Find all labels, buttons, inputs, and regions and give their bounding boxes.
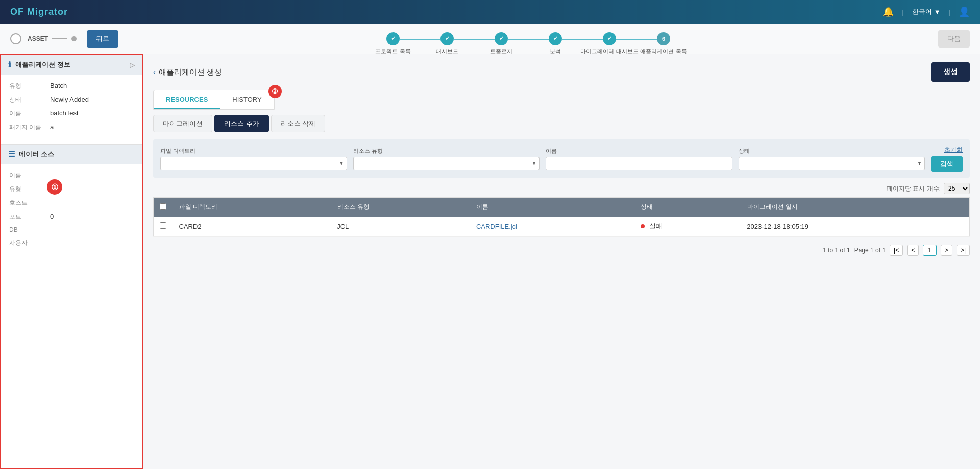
th-status: 상태 [634,198,741,217]
value-name: batchTest [50,109,79,118]
th-name: 이름 [470,198,634,217]
page-size-label: 페이지당 표시 개수: [887,184,941,193]
sub-tab-add-resource[interactable]: 리소스 추가 [214,115,269,132]
last-page-button[interactable]: >| [957,245,970,256]
row-datetime: 2023-12-18 18:05:19 [741,217,969,237]
step-1-label: 프로젝트 목록 [375,48,410,55]
label-pkg: 패키지 이름 [9,123,50,132]
logo-rest: Migrator [24,7,68,17]
ds-value-port: 0 [50,213,54,221]
filter-type-select-wrap [353,157,540,170]
step-connector-4 [562,39,603,40]
ds-label-user: 사용자 [9,239,50,247]
header: OF Migrator 🔔 | 한국어 ▼ | 👤 [0,0,980,24]
step-6: 6 애플리케이션 목록 [657,32,670,45]
row-name-link[interactable]: CARDFILE.jcl [476,223,517,230]
step-2: ✓ 대시보드 [440,32,454,45]
step-bar: ASSET 뒤로 ✓ 프로젝트 목록 ✓ 대시보드 ✓ 토폴로지 ✓ 분석 ✓ … [0,24,980,54]
header-right: 🔔 | 한국어 ▼ | 👤 [883,6,970,17]
th-checkbox [154,198,173,217]
language-selector[interactable]: 한국어 ▼ [912,7,941,16]
status-text: 실패 [649,222,663,230]
step-connector-1 [400,39,440,40]
filter-type: 리소스 유형 [353,147,540,170]
step-1-icon: ✓ [386,32,400,45]
page-size-select[interactable]: 25 50 100 [944,183,970,194]
filter-status: 상태 [739,147,925,170]
filter-name-input[interactable] [546,157,732,170]
filter-actions: 초기화 검색 [931,146,963,172]
ds-row-user: 사용자 [9,239,134,247]
asset-indicator: ASSET [10,33,77,44]
breadcrumb-text: 애플리케이션 생성 [159,67,222,77]
next-button[interactable]: 다음 [938,30,970,48]
tabs-wrapper: RESOURCES HISTORY ② [153,90,275,110]
user-icon[interactable]: 👤 [959,6,970,17]
ds-label-port: 포트 [9,213,50,221]
collapse-icon[interactable]: ▷ [130,61,135,69]
filter-dir-select-wrap [160,157,347,170]
ds-label-host: 호스트 [9,199,50,207]
select-all-checkbox[interactable] [160,203,166,210]
separator: | [902,8,903,16]
badge-2: ② [268,85,282,98]
filter-status-select-wrap [739,157,925,170]
first-page-button[interactable]: |< [890,245,903,256]
step-connector-5 [616,39,657,40]
table-header-row: 파일 디렉토리 리소스 유형 이름 상태 마이그레이션 일시 [154,198,970,217]
search-button[interactable]: 검색 [931,156,963,172]
row-checkbox-cell [154,217,173,237]
create-button[interactable]: 생성 [931,62,970,82]
back-button[interactable]: 뒤로 [87,30,118,48]
step-4: ✓ 분석 [549,32,562,45]
sidebar: ℹ 애플리케이션 정보 ▷ 유형 Batch 상태 Newly Added 이름… [0,54,143,469]
step-2-icon: ✓ [440,32,454,45]
step-5: ✓ 마이그레이터 대시보드 [603,32,616,45]
step-3: ✓ 토폴로지 [495,32,508,45]
prev-page-button[interactable]: < [907,245,919,256]
pagination-top: 페이지당 표시 개수: 25 50 100 [153,183,970,194]
step-6-icon: 6 [657,32,670,45]
info-row-pkg: 패키지 이름 a [9,123,134,132]
filter-status-select[interactable] [739,157,925,170]
ds-label-type: 유형 [9,185,50,194]
reset-button[interactable]: 초기화 [944,146,963,154]
ds-label-db: DB [9,226,50,233]
breadcrumb: ‹ 애플리케이션 생성 [153,67,223,77]
content-header: ‹ 애플리케이션 생성 생성 [153,62,970,82]
sub-tabs: 마이그레이션 리소스 추가 리소스 삭제 [153,110,970,132]
label-status: 상태 [9,96,50,104]
page-info-text: Page 1 of 1 [854,247,886,254]
step-5-icon: ✓ [603,32,616,45]
asset-label: ASSET [28,35,48,42]
filter-bar: 파일 디렉토리 리소스 유형 이름 상 [153,139,970,178]
tab-resources[interactable]: RESOURCES [154,90,220,109]
ds-row-db: DB [9,226,134,233]
step-4-icon: ✓ [549,32,562,45]
filter-name-label: 이름 [546,147,732,155]
tab-history[interactable]: HISTORY [220,90,274,109]
row-status: 실패 [634,217,741,237]
app-info-header: ℹ 애플리케이션 정보 ▷ [1,55,142,75]
th-dir: 파일 디렉토리 [173,198,331,217]
info-row-type: 유형 Batch [9,82,134,90]
row-checkbox[interactable] [160,222,166,229]
row-name: CARDFILE.jcl [470,217,634,237]
sub-tab-delete-resource[interactable]: 리소스 삭제 [271,115,326,132]
content-area: ‹ 애플리케이션 생성 생성 RESOURCES HISTORY ② 마이그레이… [143,54,980,469]
bell-icon[interactable]: 🔔 [883,6,894,17]
next-page-button[interactable]: > [941,245,952,256]
step-5-label: 마이그레이터 대시보드 [580,48,638,55]
data-table: 파일 디렉토리 리소스 유형 이름 상태 마이그레이션 일시 CARD2 JCL… [153,197,970,237]
step-1: ✓ 프로젝트 목록 [386,32,400,45]
status-dot-fail [641,224,645,228]
filter-dir-select[interactable] [160,157,347,170]
asset-dot [71,36,77,41]
filter-type-select[interactable] [353,157,540,170]
sub-tab-migration[interactable]: 마이그레이션 [153,115,212,132]
language-label: 한국어 [912,7,932,16]
info-row-name: 이름 batchTest [9,109,134,118]
asset-line [52,38,67,39]
value-status: Newly Added [50,96,89,104]
step-2-label: 대시보드 [436,48,458,55]
